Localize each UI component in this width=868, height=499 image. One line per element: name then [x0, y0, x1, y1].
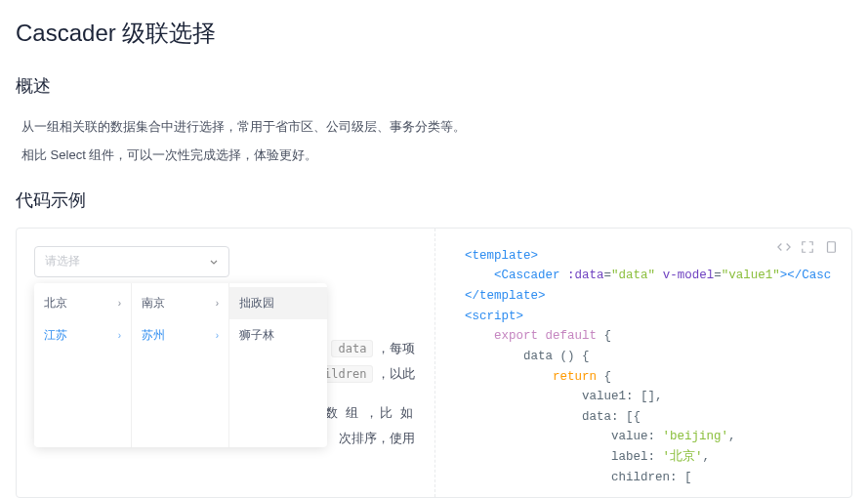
- cascader-trigger[interactable]: 请选择: [34, 246, 229, 277]
- cascader-item-jiangsu[interactable]: 江苏 ›: [34, 319, 131, 352]
- cascader-item-beijing[interactable]: 北京 ›: [34, 287, 131, 319]
- page-title: Cascader 级联选择: [16, 18, 852, 49]
- cascader-item-zhuozhengyuan[interactable]: 拙政园: [229, 287, 327, 319]
- code-block: <template> <Cascader :data="data" v-mode…: [465, 246, 838, 488]
- cascader-col-3: 拙政园 狮子林: [229, 283, 327, 447]
- overview-heading: 概述: [16, 74, 852, 98]
- overview-p1: 从一组相关联的数据集合中进行选择，常用于省市区、公司级层、事务分类等。: [21, 115, 852, 138]
- demo-container: 请选择 北京 › 江苏 › 南京 ›: [16, 228, 852, 499]
- demo-left-panel: 请选择 北京 › 江苏 › 南京 ›: [17, 229, 434, 498]
- copy-icon[interactable]: [824, 240, 838, 254]
- code-actions: [777, 240, 838, 254]
- overview-section: 从一组相关联的数据集合中进行选择，常用于省市区、公司级层、事务分类等。 相比 S…: [16, 115, 852, 167]
- overview-p2: 相比 Select 组件，可以一次性完成选择，体验更好。: [21, 144, 852, 166]
- chevron-down-icon: [209, 253, 219, 270]
- cascader-item-nanjing[interactable]: 南京 ›: [132, 287, 228, 319]
- chevron-right-icon: ›: [118, 330, 121, 341]
- cascader-item-label: 苏州: [142, 327, 165, 344]
- text-fragment: ，以此: [373, 366, 415, 381]
- cascader-dropdown: 北京 › 江苏 › 南京 › 苏州 ›: [34, 283, 327, 447]
- cascader-item-label: 江苏: [44, 327, 67, 344]
- fullscreen-icon[interactable]: [801, 240, 814, 254]
- cascader-placeholder: 请选择: [45, 253, 80, 270]
- demo-right-panel: <template> <Cascader :data="data" v-mode…: [434, 229, 851, 498]
- chevron-right-icon: ›: [216, 298, 219, 309]
- examples-heading: 代码示例: [16, 188, 852, 212]
- cascader-item-label: 拙政园: [239, 295, 274, 312]
- svg-rect-0: [828, 242, 836, 253]
- cascader-item-suzhou[interactable]: 苏州 ›: [132, 319, 228, 352]
- cascader-item-label: 南京: [142, 295, 165, 312]
- cascader-col-2: 南京 › 苏州 ›: [132, 283, 229, 447]
- cascader-col-1: 北京 › 江苏 ›: [34, 283, 132, 447]
- cascader-item-shizilin[interactable]: 狮子林: [229, 319, 327, 352]
- cascader-item-label: 狮子林: [239, 327, 274, 344]
- cascader-item-label: 北京: [44, 295, 67, 312]
- code-icon[interactable]: [777, 240, 791, 254]
- text-fragment: ，每项: [373, 341, 415, 355]
- chevron-right-icon: ›: [216, 330, 219, 341]
- inline-code: data: [331, 340, 373, 357]
- chevron-right-icon: ›: [118, 298, 121, 309]
